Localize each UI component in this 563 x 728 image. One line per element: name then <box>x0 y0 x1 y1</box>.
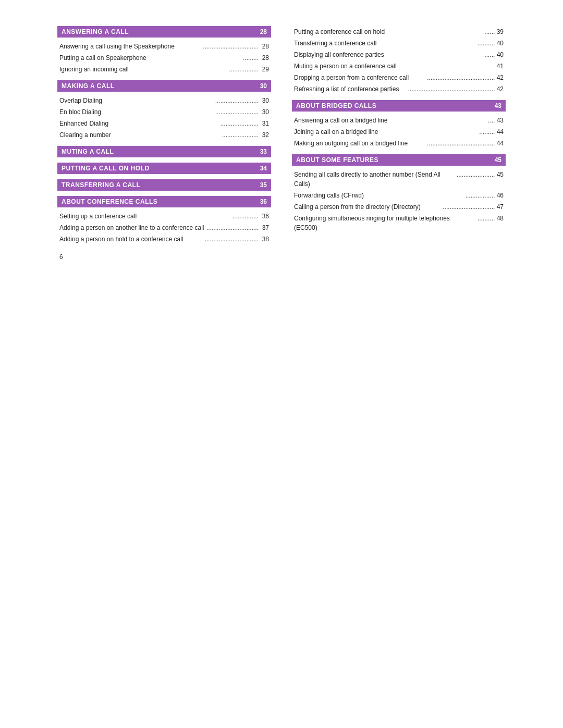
toc-entry-dots: ................. <box>229 65 259 74</box>
right-entry: Dropping a person from a conference call… <box>292 72 506 83</box>
right-entry: Calling a person from the directory (Dir… <box>292 201 506 213</box>
toc-entry-page: 28 <box>259 42 269 51</box>
toc-entry-page: 37 <box>259 223 269 232</box>
section-page-conference-calls: 36 <box>260 198 267 205</box>
toc-entry: Putting a call on Speakerphone .........… <box>57 52 271 64</box>
right-entry-page: ........................................… <box>408 84 504 94</box>
section-header-transferring-call: TRANSFERRING A CALL 35 <box>57 179 271 191</box>
right-entry: Putting a conference call on hold ......… <box>292 26 506 38</box>
toc-entry: Answering a call using the Speakerphone … <box>57 41 271 52</box>
toc-entry: Adding a person on another line to a con… <box>57 222 271 233</box>
section-header-some-features: ABOUT SOME FEATURES 45 <box>292 154 506 166</box>
right-entry: Displaying all conference parties ......… <box>292 49 506 60</box>
toc-entry-page: 30 <box>259 96 269 105</box>
right-entry: Forwarding calls (CFrwd) ...............… <box>292 190 506 201</box>
toc-entry-dots: ................................ <box>203 42 259 51</box>
section-title-bridged-calls: ABOUT BRIDGED CALLS <box>296 102 376 109</box>
section-header-muting-call: MUTING A CALL 33 <box>57 146 271 157</box>
right-entry: Configuring simultaneous ringing for mul… <box>292 213 506 233</box>
section-title-putting-call-hold: PUTTING A CALL ON HOLD <box>62 165 150 172</box>
section-title-answering-call: ANSWERING A CALL <box>62 28 129 35</box>
toc-entry-text: Adding a person on another line to a con… <box>59 223 206 232</box>
right-entry: Joining a call on a bridged line .......… <box>292 126 506 138</box>
toc-right: Putting a conference call on hold ......… <box>292 26 506 233</box>
toc-columns: ANSWERING A CALL 28 Answering a call usi… <box>57 26 506 261</box>
toc-entry: Overlap Dialing ........................… <box>57 95 271 106</box>
right-entry: Transferring a conference call .........… <box>292 38 506 49</box>
section-title-making-call: MAKING A CALL <box>62 82 115 90</box>
toc-entry: Ignoring an incoming call ..............… <box>57 64 271 75</box>
right-entry-text: Forwarding calls (CFrwd) <box>294 191 466 200</box>
toc-entry-text: Adding a person on hold to a conference … <box>59 235 205 244</box>
right-entry-text: Calling a person from the directory (Dir… <box>294 202 443 212</box>
toc-entry-dots: ............... <box>232 212 259 221</box>
right-entry-page: ................. 46 <box>466 191 504 200</box>
toc-entry-page: 36 <box>259 212 269 221</box>
toc-entry: Clearing a number ..................... … <box>57 129 271 141</box>
section-title-muting-call: MUTING A CALL <box>62 148 114 155</box>
section-header-putting-call-hold: PUTTING A CALL ON HOLD 34 <box>57 163 271 174</box>
right-entry-page: .............................. 47 <box>443 202 504 212</box>
toc-entry-dots: ...................... <box>221 119 259 128</box>
toc-entry-page: 30 <box>259 107 269 117</box>
toc-entry-text: En bloc Dialing <box>59 107 215 117</box>
toc-entry-page: 31 <box>259 119 269 128</box>
right-entry-text: Making an outgoing call on a bridged lin… <box>294 139 427 148</box>
section-title-conference-calls: ABOUT CONFERENCE CALLS <box>62 198 157 205</box>
right-entry-page: ...... 39 <box>484 27 504 36</box>
right-entry-page: 41 <box>497 61 504 71</box>
right-entry-text: Displaying all conference parties <box>294 50 484 59</box>
section-page-bridged-calls: 43 <box>495 102 501 109</box>
toc-entry: Setting up a conference call ...........… <box>57 211 271 222</box>
section-title-some-features: ABOUT SOME FEATURES <box>296 156 378 164</box>
right-entry: Sending all calls directly to another nu… <box>292 169 506 190</box>
section-header-answering-call: ANSWERING A CALL 28 <box>57 26 271 38</box>
toc-entry-page: 32 <box>259 130 269 140</box>
page-container: ANSWERING A CALL 28 Answering a call usi… <box>47 10 516 276</box>
toc-entry-dots: ......................... <box>215 96 259 105</box>
section-page-putting-call-hold: 34 <box>260 165 267 172</box>
section-page-some-features: 45 <box>495 156 501 164</box>
right-entry-text: Muting a person on a conference call <box>294 61 497 71</box>
section-page-answering-call: 28 <box>260 28 267 35</box>
right-entry-text: Transferring a conference call <box>294 39 478 48</box>
toc-entry-dots: ............................... <box>205 235 259 244</box>
toc-entry-text: Setting up a conference call <box>59 212 232 221</box>
section-page-muting-call: 33 <box>260 148 267 155</box>
right-entry-page: .......... 48 <box>478 214 504 223</box>
section-page-making-call: 30 <box>260 82 267 90</box>
right-entry: Muting a person on a conference call 41 <box>292 60 506 72</box>
right-entry-page: ......... 44 <box>479 127 504 137</box>
right-entry-page: .... 43 <box>488 116 504 125</box>
right-entry-page: ....................................... … <box>427 73 504 82</box>
toc-entry-text: Ignoring an incoming call <box>59 65 229 74</box>
toc-entry-text: Enhanced Dialing <box>59 119 221 128</box>
right-entry-text: Putting a conference call on hold <box>294 27 484 36</box>
right-entry-text: Answering a call on a bridged line <box>294 116 488 125</box>
right-entry-page: ...................... 45 <box>457 170 504 179</box>
right-entry-page: ...... 40 <box>484 50 504 59</box>
toc-entry-text: Overlap Dialing <box>59 96 215 105</box>
page-number: 6 <box>57 253 271 261</box>
toc-entry-dots: .............................. <box>206 223 259 232</box>
right-entry: Answering a call on a bridged line .... … <box>292 115 506 126</box>
toc-entry: Enhanced Dialing ...................... … <box>57 118 271 129</box>
section-header-making-call: MAKING A CALL 30 <box>57 80 271 92</box>
right-entry-page: .......... 40 <box>478 39 504 48</box>
toc-entry-text: Clearing a number <box>59 130 222 140</box>
toc-entry-page: 38 <box>259 235 269 244</box>
section-header-bridged-calls: ABOUT BRIDGED CALLS 43 <box>292 100 506 112</box>
right-entry-page: ....................................... … <box>427 139 504 148</box>
right-entry: Making an outgoing call on a bridged lin… <box>292 138 506 149</box>
toc-left: ANSWERING A CALL 28 Answering a call usi… <box>57 26 271 261</box>
section-header-conference-calls: ABOUT CONFERENCE CALLS 36 <box>57 196 271 207</box>
section-page-transferring-call: 35 <box>260 181 267 189</box>
toc-entry-dots: ......................... <box>215 107 259 117</box>
right-entry-text: Refreshing a list of conference parties <box>294 84 408 94</box>
section-title-transferring-call: TRANSFERRING A CALL <box>62 181 140 189</box>
right-entry-text: Dropping a person from a conference call <box>294 73 427 82</box>
right-entry-text: Joining a call on a bridged line <box>294 127 479 137</box>
toc-entry-page: 29 <box>259 65 269 74</box>
toc-entry-text: Answering a call using the Speakerphone <box>59 42 203 51</box>
toc-entry-dots: ..................... <box>222 130 259 140</box>
